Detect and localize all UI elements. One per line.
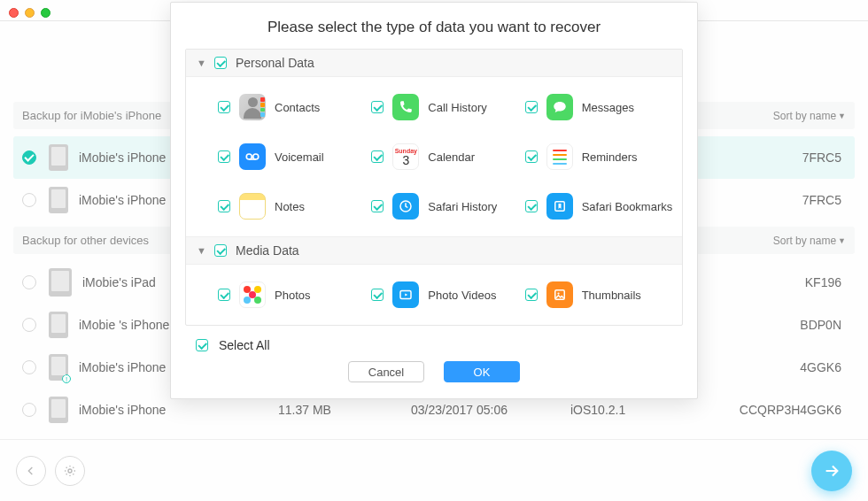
data-type-thumbnails[interactable]: Thumbnails (525, 270, 678, 320)
item-label: Thumbnails (582, 289, 641, 302)
item-checkbox[interactable] (218, 101, 230, 113)
item-label: Messages (582, 101, 634, 114)
close-window-button[interactable] (9, 8, 19, 18)
item-checkbox[interactable] (218, 200, 230, 212)
select-all-checkbox[interactable] (196, 339, 208, 351)
row-radio[interactable] (22, 275, 36, 289)
photos-icon (239, 281, 266, 308)
window-controls (9, 8, 50, 18)
item-checkbox[interactable] (525, 101, 538, 113)
select-data-type-dialog: Please select the type of data you want … (170, 2, 698, 399)
settings-button[interactable] (55, 456, 85, 486)
arrow-right-icon (822, 461, 841, 481)
minimize-window-button[interactable] (25, 8, 35, 18)
row-radio[interactable] (22, 318, 36, 332)
item-checkbox[interactable] (525, 200, 538, 212)
item-checkbox[interactable] (371, 101, 384, 113)
select-all-row[interactable]: Select All (171, 326, 697, 361)
data-type-messages[interactable]: Messages (525, 82, 678, 132)
device-serial: CCQRP3H4GGK6 (694, 403, 846, 417)
category-checkbox[interactable] (214, 57, 227, 69)
photo-videos-icon (392, 281, 419, 308)
device-icon (49, 187, 68, 213)
data-type-photos[interactable]: Photos (218, 270, 371, 320)
device-icon (49, 397, 68, 423)
item-label: Safari History (428, 200, 497, 213)
bottom-toolbar (0, 439, 868, 501)
category-checkbox[interactable] (214, 244, 227, 257)
thumbnails-icon (546, 281, 573, 308)
device-icon (49, 144, 68, 171)
section-label: Backup for iMobie's iPhone (22, 109, 161, 122)
item-checkbox[interactable] (218, 289, 230, 301)
item-checkbox[interactable] (218, 150, 230, 163)
item-checkbox[interactable] (371, 150, 384, 163)
voicemail-icon (239, 143, 266, 170)
messages-icon (546, 94, 573, 120)
sort-button[interactable]: Sort by name▼ (773, 235, 846, 247)
phone-icon (392, 94, 419, 120)
contacts-icon (239, 94, 266, 120)
item-label: Safari Bookmarks (582, 200, 673, 213)
item-label: Voicemail (275, 150, 324, 164)
svg-point-2 (253, 154, 259, 159)
item-label: Photos (275, 289, 310, 302)
cancel-button[interactable]: Cancel (348, 361, 424, 382)
data-type-call-history[interactable]: Call History (371, 82, 524, 132)
item-checkbox[interactable] (525, 289, 538, 301)
item-label: Reminders (582, 150, 638, 164)
data-type-safari-history[interactable]: Safari History (371, 181, 524, 231)
row-radio[interactable] (22, 193, 36, 207)
sort-button[interactable]: Sort by name▼ (773, 110, 846, 122)
disclosure-triangle-icon[interactable]: ▼ (197, 245, 205, 256)
device-icon: ! (49, 354, 68, 381)
data-type-safari-bookmarks[interactable]: Safari Bookmarks (525, 181, 678, 231)
category-header-personal[interactable]: ▼ Personal Data (186, 50, 682, 77)
disclosure-triangle-icon[interactable]: ▼ (197, 58, 205, 68)
select-all-label: Select All (219, 338, 270, 352)
item-checkbox[interactable] (371, 289, 384, 301)
data-type-voicemail[interactable]: Voicemail (218, 132, 371, 181)
svg-point-8 (557, 292, 559, 294)
row-radio[interactable] (22, 150, 36, 165)
data-type-contacts[interactable]: Contacts (218, 82, 371, 132)
reminders-icon (546, 143, 573, 170)
item-label: Notes (275, 200, 305, 213)
category-header-media[interactable]: ▼ Media Data (186, 236, 682, 265)
gear-icon (63, 464, 77, 478)
safari-history-icon (392, 193, 419, 220)
device-icon (49, 268, 72, 297)
item-checkbox[interactable] (525, 150, 538, 163)
category-label: Media Data (236, 243, 299, 258)
svg-marker-6 (406, 294, 408, 297)
ok-button[interactable]: OK (444, 361, 520, 382)
backup-date: 03/23/2017 05:06 (411, 403, 570, 417)
dialog-title: Please select the type of data you want … (171, 3, 697, 49)
svg-point-1 (246, 154, 252, 159)
arrow-left-icon (24, 464, 38, 478)
item-label: Calendar (428, 150, 475, 164)
next-button[interactable] (811, 451, 852, 491)
backup-size: 11.37 MB (278, 403, 411, 417)
safari-bookmarks-icon (546, 193, 573, 220)
ios-version: iOS10.2.1 (570, 403, 694, 417)
data-type-photo-videos[interactable]: Photo Videos (371, 270, 524, 320)
data-type-notes[interactable]: Notes (218, 181, 371, 231)
item-label: Call History (428, 101, 486, 114)
category-label: Personal Data (236, 56, 314, 70)
row-radio[interactable] (22, 403, 36, 417)
warning-badge: ! (62, 374, 71, 383)
notes-icon (239, 193, 266, 220)
section-label: Backup for other devices (22, 234, 149, 247)
data-type-reminders[interactable]: Reminders (525, 132, 678, 181)
row-radio[interactable] (22, 360, 36, 374)
device-name: iMobie's iPhone (79, 403, 278, 417)
item-label: Photo Videos (428, 289, 496, 302)
calendar-icon: Sunday3 (392, 143, 419, 170)
item-checkbox[interactable] (371, 200, 384, 212)
svg-point-0 (68, 469, 72, 473)
back-button[interactable] (16, 456, 46, 486)
data-type-calendar[interactable]: Sunday3 Calendar (371, 132, 524, 181)
maximize-window-button[interactable] (41, 8, 50, 18)
item-label: Contacts (275, 101, 320, 114)
